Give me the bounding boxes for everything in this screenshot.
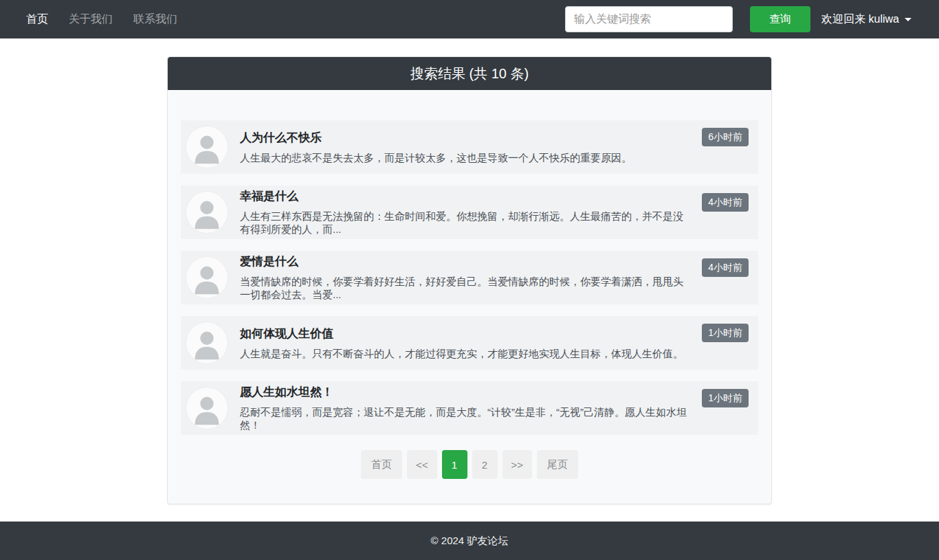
copyright-text: © 2024 驴友论坛: [431, 535, 509, 548]
pagination-page-1[interactable]: 1: [442, 450, 467, 479]
user-icon: [186, 126, 228, 168]
pagination-page-2[interactable]: 2: [472, 450, 498, 479]
result-title: 愿人生如水坦然！: [240, 384, 687, 400]
pagination-next[interactable]: >>: [502, 450, 533, 479]
time-badge: 1小时前: [702, 324, 749, 342]
result-excerpt: 人生就是奋斗。只有不断奋斗的人，才能过得更充实，才能更好地实现人生目标，体现人生…: [240, 348, 683, 361]
result-content: 如何体现人生价值 人生就是奋斗。只有不断奋斗的人，才能过得更充实，才能更好地实现…: [240, 326, 745, 361]
result-content: 幸福是什么 人生有三样东西是无法挽留的：生命时间和爱。你想挽留，却渐行渐远。人生…: [240, 188, 749, 236]
pagination: 首页 << 1 2 >> 尾页: [181, 450, 758, 479]
welcome-text: 欢迎回来 kuliwa: [821, 12, 899, 27]
main-content: 搜索结果 (共 10 条) 人为什么不快乐 人生最大的悲哀不是失去太多，而是计较…: [0, 56, 939, 504]
result-title: 爱情是什么: [240, 254, 687, 269]
result-excerpt: 人生最大的悲哀不是失去太多，而是计较太多，这也是导致一个人不快乐的重要原因。: [240, 152, 632, 165]
result-content: 愿人生如水坦然！ 忍耐不是懦弱，而是宽容；退让不是无能，而是大度。“计较”生是非…: [240, 384, 749, 432]
search-button[interactable]: 查询: [750, 6, 810, 32]
search-input[interactable]: [565, 6, 733, 32]
user-icon: [186, 191, 228, 234]
user-icon: [186, 387, 228, 429]
nav-link-about[interactable]: 关于我们: [69, 12, 113, 27]
results-list: 人为什么不快乐 人生最大的悲哀不是失去太多，而是计较太多，这也是导致一个人不快乐…: [181, 120, 758, 435]
time-badge: 6小时前: [702, 128, 749, 146]
results-body: 人为什么不快乐 人生最大的悲哀不是失去太多，而是计较太多，这也是导致一个人不快乐…: [168, 90, 771, 504]
result-title: 如何体现人生价值: [240, 326, 683, 341]
result-content: 爱情是什么 当爱情缺席的时候，你要学着好好生活，好好爱自己。当爱情缺席的时候，你…: [240, 254, 749, 302]
footer: © 2024 驴友论坛: [0, 522, 939, 560]
user-icon: [186, 256, 228, 299]
results-title: 搜索结果 (共 10 条): [410, 65, 529, 83]
result-excerpt: 忍耐不是懦弱，而是宽容；退让不是无能，而是大度。“计较”生是非，“无视”己清静。…: [240, 406, 687, 432]
result-item[interactable]: 愿人生如水坦然！ 忍耐不是懦弱，而是宽容；退让不是无能，而是大度。“计较”生是非…: [181, 381, 758, 435]
pagination-first[interactable]: 首页: [361, 450, 402, 479]
nav-actions: 查询 欢迎回来 kuliwa: [565, 6, 912, 32]
avatar: [186, 256, 228, 299]
nav-links: 首页 关于我们 联系我们: [26, 12, 177, 27]
avatar: [186, 191, 228, 234]
result-title: 人为什么不快乐: [240, 130, 632, 146]
time-badge: 4小时前: [702, 258, 749, 277]
results-header: 搜索结果 (共 10 条): [168, 57, 771, 90]
user-icon: [186, 322, 228, 364]
avatar: [186, 126, 228, 168]
result-item[interactable]: 人为什么不快乐 人生最大的悲哀不是失去太多，而是计较太多，这也是导致一个人不快乐…: [181, 120, 758, 174]
result-excerpt: 当爱情缺席的时候，你要学着好好生活，好好爱自己。当爱情缺席的时候，你要学着潇洒，…: [240, 276, 687, 302]
result-item[interactable]: 如何体现人生价值 人生就是奋斗。只有不断奋斗的人，才能过得更充实，才能更好地实现…: [181, 316, 758, 370]
chevron-down-icon: [905, 18, 912, 21]
nav-link-home[interactable]: 首页: [26, 12, 48, 27]
avatar: [186, 387, 228, 429]
result-item[interactable]: 爱情是什么 当爱情缺席的时候，你要学着好好生活，好好爱自己。当爱情缺席的时候，你…: [181, 251, 758, 304]
pagination-last[interactable]: 尾页: [537, 450, 578, 479]
result-item[interactable]: 幸福是什么 人生有三样东西是无法挽留的：生命时间和爱。你想挽留，却渐行渐远。人生…: [181, 186, 758, 239]
result-excerpt: 人生有三样东西是无法挽留的：生命时间和爱。你想挽留，却渐行渐远。人生最痛苦的，并…: [240, 210, 687, 236]
time-badge: 4小时前: [702, 193, 749, 212]
avatar: [186, 322, 228, 364]
nav-link-contact[interactable]: 联系我们: [133, 12, 177, 27]
result-content: 人为什么不快乐 人生最大的悲哀不是失去太多，而是计较太多，这也是导致一个人不快乐…: [240, 130, 694, 165]
result-title: 幸福是什么: [240, 188, 687, 204]
search-results-card: 搜索结果 (共 10 条) 人为什么不快乐 人生最大的悲哀不是失去太多，而是计较…: [167, 56, 772, 504]
navbar: 首页 关于我们 联系我们 查询 欢迎回来 kuliwa: [0, 0, 939, 38]
time-badge: 1小时前: [702, 389, 749, 407]
pagination-prev[interactable]: <<: [407, 450, 437, 479]
user-menu[interactable]: 欢迎回来 kuliwa: [821, 12, 912, 27]
